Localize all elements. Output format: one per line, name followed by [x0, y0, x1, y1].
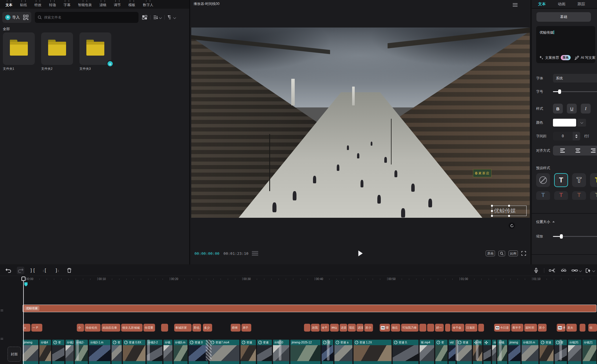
undo-icon[interactable]	[5, 267, 12, 274]
menu-tab-滤镜[interactable]: 滤镜	[96, 0, 110, 8]
video-clip[interactable]: 抠.mp4	[420, 340, 434, 364]
track-handle[interactable]	[1, 310, 3, 311]
selection-handle[interactable]	[491, 210, 493, 212]
video-clip[interactable]: jimeng	[508, 340, 520, 364]
play-button[interactable]	[358, 250, 363, 256]
filter-icon[interactable]	[168, 15, 176, 19]
subtitle-clip[interactable]: Aa哪	[380, 324, 390, 332]
grid-view-icon[interactable]	[142, 15, 147, 20]
video-clip[interactable]: 变速	[257, 340, 272, 364]
video-preview[interactable]: 春來茶店 优鲸传媒	[191, 28, 530, 218]
transition-marker[interactable]	[147, 340, 150, 361]
italic-button[interactable]: I	[581, 104, 591, 114]
folder-tile[interactable]	[41, 32, 73, 65]
original-quality-button[interactable]: 原画	[486, 250, 495, 256]
preset-style-tile[interactable]: T	[590, 191, 597, 200]
subtitle-clip[interactable]: 他女儿苏倾城	[121, 324, 143, 332]
preset-style-tile[interactable]: T	[572, 173, 586, 187]
letter-spacing-stepper[interactable]	[573, 132, 580, 140]
transition-marker[interactable]	[76, 340, 79, 361]
ratio-button[interactable]: 比例	[509, 250, 518, 256]
playhead-head[interactable]	[21, 277, 26, 281]
inspector-tab-动画[interactable]: 动画	[552, 1, 571, 7]
subtitle-clip[interactable]: 此劫应在奉	[101, 324, 120, 332]
transition-marker[interactable]	[327, 340, 330, 361]
subtitle-clip[interactable]: 弟子	[241, 324, 251, 332]
preset-style-tile[interactable]: T	[572, 191, 586, 200]
video-clip[interactable]: 分镜2	[65, 340, 74, 364]
video-clip[interactable]: 分镜21	[583, 340, 596, 364]
split-left-icon[interactable]: ⁞[	[41, 267, 49, 274]
align-left-icon[interactable]	[560, 149, 565, 153]
import-button[interactable]: + 导入	[5, 15, 20, 20]
preset-style-tile[interactable]: T	[554, 191, 568, 200]
folder-tile[interactable]: +	[79, 32, 111, 65]
preset-style-tile[interactable]: T	[536, 191, 550, 200]
menu-tab-转场[interactable]: 转场	[45, 0, 60, 8]
video-clip[interactable]: jimeng-2025-12	[290, 340, 321, 364]
video-clip[interactable]: jimeng	[23, 340, 38, 364]
subtitle-clip[interactable]	[304, 324, 310, 332]
video-clip[interactable]: 分镜5.m	[174, 340, 188, 364]
folder-add-icon[interactable]: +	[107, 60, 114, 67]
subtitle-clip[interactable]: Aa今日是	[494, 324, 510, 332]
track-handle[interactable]	[1, 338, 3, 340]
subtitle-clip[interactable]: 恕我	[311, 324, 320, 332]
menu-tab-贴纸[interactable]: 贴纸	[16, 0, 31, 8]
scale-slider[interactable]	[553, 236, 597, 237]
subtitle-clip[interactable]: 届时邪	[524, 324, 537, 332]
video-clip[interactable]: 变速	[241, 340, 256, 364]
video-clip[interactable]	[483, 340, 491, 364]
menu-tab-智能包装[interactable]: 智能包装	[74, 0, 96, 8]
subtitle-clip[interactable]: 神仙	[330, 324, 339, 332]
subtitle-clip[interactable]: 还没	[356, 324, 363, 332]
video-clip[interactable]: 变速	[457, 340, 472, 364]
subtitle-clip[interactable]: Aa求	[557, 324, 565, 332]
transition-marker[interactable]	[499, 340, 502, 361]
font-size-slider[interactable]	[553, 91, 597, 92]
video-clip[interactable]: 分镜	[163, 340, 172, 364]
menu-tab-特效[interactable]: 特效	[31, 0, 45, 8]
folder-tile[interactable]	[3, 32, 35, 65]
subtitle-clip[interactable]	[478, 324, 484, 332]
subtitle-clip[interactable]: ≡	[23, 324, 30, 332]
color-dropdown[interactable]	[577, 119, 586, 127]
text-content-input[interactable]: 优鲸传媒 文案推荐 限免 AI 写文案	[536, 26, 595, 63]
ai-write-label[interactable]: AI 写文案	[581, 55, 596, 60]
preset-none-tile[interactable]	[536, 173, 550, 187]
magnetic-snap-icon[interactable]	[548, 267, 556, 274]
subtitle-clip[interactable]	[427, 324, 434, 332]
subtitle-clip[interactable]: 令千金	[452, 324, 464, 332]
subtitle-clip[interactable]	[419, 324, 426, 332]
subtitle-clip[interactable]: 敢在	[391, 324, 400, 332]
color-swatch[interactable]	[553, 119, 576, 127]
text-overlay[interactable]: 优鲸传媒	[494, 207, 516, 215]
subtitle-clip[interactable]	[445, 324, 450, 332]
video-clip[interactable]: 分镜18.m	[522, 340, 538, 364]
split-icon[interactable]: ][	[29, 267, 37, 274]
video-clip[interactable]: 变速	[540, 340, 554, 364]
align-right-icon[interactable]	[591, 149, 596, 153]
rotate-handle-icon[interactable]	[509, 222, 515, 229]
subtitle-clip[interactable]: 苏小	[364, 324, 373, 332]
video-clip[interactable]: 分镜3-1.m	[89, 340, 110, 364]
subtitle-clip[interactable]: 日落苏	[465, 324, 477, 332]
subtitle-clip[interactable]: 那也	[192, 324, 201, 332]
selection-handle[interactable]	[508, 205, 510, 207]
inspector-tab-文本[interactable]: 文本	[532, 1, 552, 7]
subtitle-clip[interactable]	[580, 324, 585, 332]
video-clip[interactable]: 变速 0.	[393, 340, 418, 364]
text-overlay-selection[interactable]: 优鲸传媒	[492, 206, 527, 216]
subtitle-clip[interactable]: 可知我乃奉	[401, 324, 418, 332]
split-right-icon[interactable]: ]⁞	[53, 267, 61, 274]
video-clip[interactable]: 变速 1.2X	[354, 340, 392, 364]
menu-tab-模板[interactable]: 模板	[125, 0, 139, 8]
video-clip[interactable]: 变	[435, 340, 447, 364]
subtitle-clip[interactable]: 小	[77, 324, 84, 332]
video-clip[interactable]: 变速 a	[334, 340, 352, 364]
transition-marker[interactable]	[559, 340, 562, 361]
copy-suggest-label[interactable]: 文案推荐	[545, 55, 559, 60]
subtitle-clip[interactable]: 但	[588, 324, 597, 332]
preview-zoom-button[interactable]	[498, 251, 505, 256]
transition-marker[interactable]	[476, 340, 478, 361]
